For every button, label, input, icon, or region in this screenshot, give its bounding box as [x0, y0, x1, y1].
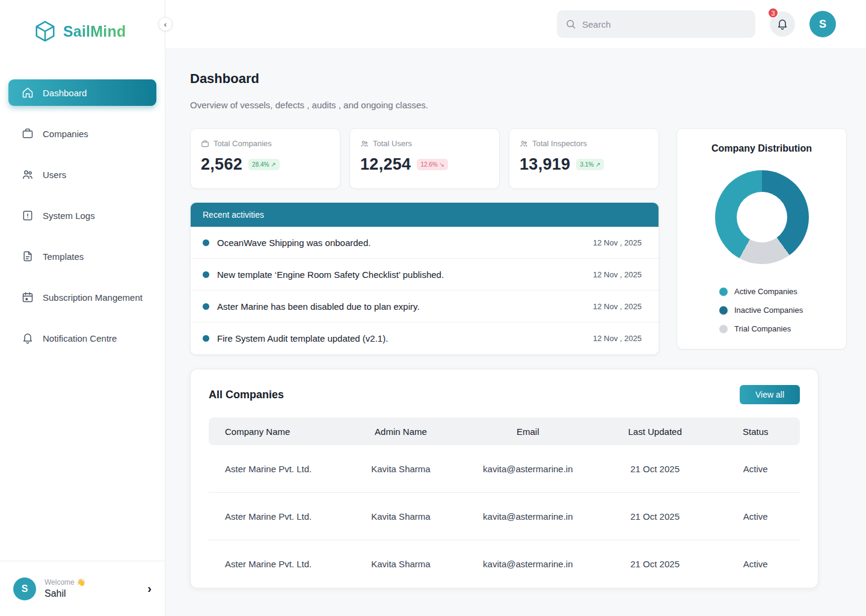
column-header-last-updated: Last Updated — [599, 427, 711, 437]
activity-date: 12 Nov , 2025 — [593, 302, 642, 311]
home-icon — [22, 87, 34, 99]
activity-date: 12 Nov , 2025 — [593, 334, 642, 343]
activity-row: Fire System Audit template updated (v2.1… — [191, 322, 659, 354]
cell-admin-name: Kavita Sharma — [345, 464, 457, 474]
distribution-legend: Active Companies Inactive Companies Tria… — [719, 287, 834, 333]
activity-date: 12 Nov , 2025 — [593, 238, 642, 247]
page-subtitle: Overview of vessels, defects , audits , … — [190, 100, 847, 110]
stat-card-total-companies: Total Companies 2,562 28.4% ↗ — [190, 128, 340, 189]
table-header-row: Company Name Admin Name Email Last Updat… — [209, 417, 800, 445]
calendar-clock-icon — [22, 291, 34, 303]
page-title: Dashboard — [190, 71, 847, 87]
stat-label: Total Companies — [213, 139, 272, 148]
cell-admin-name: Kavita Sharma — [345, 559, 457, 569]
main-content: Dashboard Overview of vessels, defects ,… — [165, 48, 866, 616]
sidebar-item-templates[interactable]: Templates — [8, 243, 156, 270]
activity-row: Aster Marine has been disabled due to pl… — [191, 291, 659, 322]
profile-text: Welcome 👋 Sahil — [45, 578, 85, 599]
profile-avatar[interactable]: S — [13, 578, 36, 600]
stat-card-total-users: Total Users 12,254 12.6% ↘ — [349, 128, 500, 189]
sidebar-item-label: Companies — [43, 129, 88, 139]
search-bar — [557, 10, 755, 38]
sidebar-profile: S Welcome 👋 Sahil › — [0, 561, 165, 616]
briefcase-icon — [22, 128, 34, 140]
legend-item: Inactive Companies — [719, 306, 834, 315]
column-header-email: Email — [457, 427, 599, 437]
sidebar-item-label: Subscription Mangement — [43, 292, 143, 303]
activity-text: New template ‘Engine Room Safety Checkli… — [217, 270, 444, 280]
status-badge: Active — [711, 464, 800, 474]
cell-company-name: Aster Marine Pvt. Ltd. — [209, 559, 345, 569]
sidebar-item-system-logs[interactable]: System Logs — [8, 202, 156, 229]
legend-label: Active Companies — [734, 287, 797, 296]
legend-label: Trial Companies — [734, 324, 791, 333]
bullet-dot-icon — [203, 335, 209, 342]
notifications-button[interactable]: 3 — [770, 11, 795, 37]
sidebar-collapse-button[interactable]: ‹ — [158, 17, 173, 31]
sidebar-item-label: Dashboard — [43, 88, 87, 98]
users-icon — [22, 168, 34, 180]
legend-dot-active — [719, 288, 728, 296]
view-all-button[interactable]: View all — [740, 385, 800, 404]
document-icon — [22, 250, 34, 262]
all-companies-title: All Companies — [209, 389, 284, 401]
donut-hole — [737, 192, 787, 242]
profile-welcome: Welcome 👋 — [45, 578, 85, 587]
stat-label: Total Users — [373, 139, 412, 148]
sidebar-item-label: System Logs — [43, 211, 95, 221]
legend-dot-inactive — [719, 306, 728, 315]
status-badge: Active — [711, 559, 800, 569]
search-icon — [565, 19, 576, 29]
alert-box-icon — [22, 209, 34, 221]
stat-delta-badge: 3.1% ↗ — [576, 159, 604, 170]
column-header-company-name: Company Name — [209, 427, 345, 437]
briefcase-icon — [201, 140, 209, 148]
chevron-right-icon[interactable]: › — [147, 582, 152, 596]
stat-value: 12,254 — [360, 155, 411, 174]
activity-text: Aster Marine has been disabled due to pl… — [217, 301, 420, 312]
sidebar-item-label: Users — [43, 170, 66, 180]
bell-icon — [22, 332, 34, 344]
table-row: Aster Marine Pvt. Ltd. Kavita Sharma kav… — [209, 540, 800, 588]
users-icon — [360, 140, 369, 148]
legend-item: Trial Companies — [719, 324, 834, 333]
search-input[interactable] — [582, 19, 747, 29]
stat-label: Total Inspectors — [532, 139, 587, 148]
bullet-dot-icon — [203, 303, 209, 310]
status-badge: Active — [711, 511, 800, 522]
cell-email: kavita@astermarine.in — [457, 511, 599, 522]
sidebar-item-dashboard[interactable]: Dashboard — [8, 79, 156, 106]
sidebar: SailMind Dashboard Companies Users Syste… — [0, 0, 165, 616]
legend-dot-trial — [719, 325, 728, 333]
company-distribution-donut — [715, 170, 809, 264]
cell-last-updated: 21 Oct 2025 — [599, 559, 711, 569]
cell-last-updated: 21 Oct 2025 — [599, 464, 711, 474]
activity-date: 12 Nov , 2025 — [593, 270, 642, 279]
legend-label: Inactive Companies — [734, 306, 803, 315]
sidebar-item-subscription-management[interactable]: Subscription Mangement — [8, 284, 156, 310]
bullet-dot-icon — [203, 239, 209, 246]
stat-value: 13,919 — [520, 155, 570, 174]
stat-delta-badge: 28.4% ↗ — [248, 159, 280, 170]
legend-item: Active Companies — [719, 287, 834, 296]
cell-company-name: Aster Marine Pvt. Ltd. — [209, 464, 345, 474]
stat-value: 2,562 — [201, 155, 242, 174]
company-distribution-card: Company Distribution Active Companies In… — [677, 128, 847, 350]
activity-row: OceanWave Shipping was onboarded. 12 Nov… — [191, 227, 659, 259]
stat-delta-badge: 12.6% ↘ — [417, 159, 448, 170]
user-avatar[interactable]: S — [809, 11, 836, 37]
sidebar-item-label: Notification Centre — [43, 333, 117, 343]
brand-logo-icon — [33, 19, 57, 43]
column-header-status: Status — [711, 427, 800, 437]
sidebar-item-notification-centre[interactable]: Notification Centre — [8, 325, 156, 351]
sidebar-item-companies[interactable]: Companies — [8, 120, 156, 147]
cell-email: kavita@astermarine.in — [457, 559, 599, 569]
recent-activities-title: Recent activities — [191, 203, 659, 227]
table-row: Aster Marine Pvt. Ltd. Kavita Sharma kav… — [209, 493, 800, 540]
bullet-dot-icon — [203, 271, 209, 278]
profile-name: Sahil — [45, 588, 85, 599]
bell-icon — [776, 18, 788, 30]
stats-row: Total Companies 2,562 28.4% ↗ Total User… — [190, 128, 659, 189]
sidebar-item-users[interactable]: Users — [8, 161, 156, 188]
notification-badge: 3 — [767, 7, 779, 19]
